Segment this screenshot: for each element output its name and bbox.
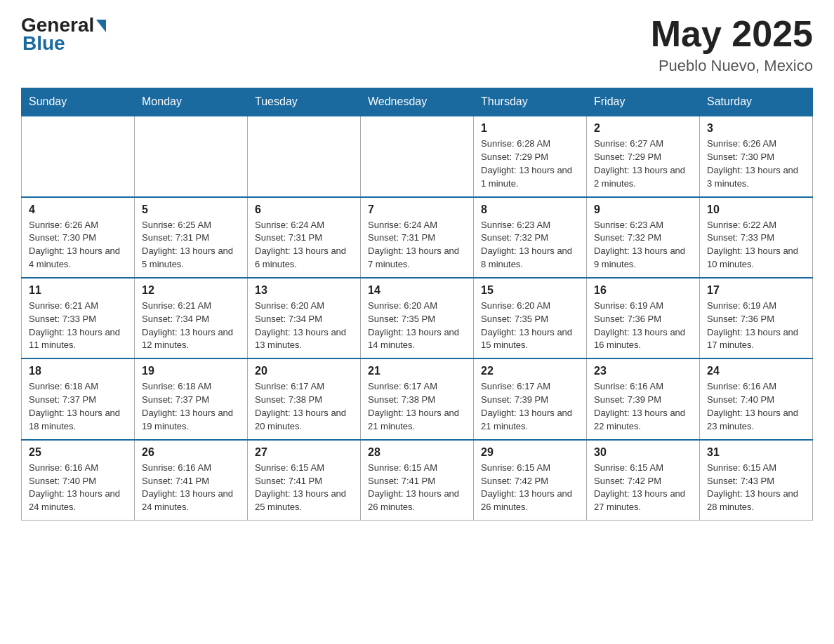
day-number: 24 [707,365,805,377]
day-info: Sunrise: 6:24 AM Sunset: 7:31 PM Dayligh… [368,219,466,271]
day-info: Sunrise: 6:16 AM Sunset: 7:39 PM Dayligh… [594,380,692,433]
day-number: 1 [481,122,579,135]
calendar-cell: 24Sunrise: 6:16 AM Sunset: 7:40 PM Dayli… [700,358,813,439]
day-number: 28 [368,446,466,459]
day-info: Sunrise: 6:20 AM Sunset: 7:34 PM Dayligh… [255,300,353,352]
week-row-3: 11Sunrise: 6:21 AM Sunset: 7:33 PM Dayli… [22,278,813,358]
calendar-cell: 23Sunrise: 6:16 AM Sunset: 7:39 PM Dayli… [587,358,700,439]
day-info: Sunrise: 6:21 AM Sunset: 7:33 PM Dayligh… [29,300,127,352]
week-row-5: 25Sunrise: 6:16 AM Sunset: 7:40 PM Dayli… [22,440,813,521]
day-info: Sunrise: 6:18 AM Sunset: 7:37 PM Dayligh… [142,380,240,433]
calendar-cell: 7Sunrise: 6:24 AM Sunset: 7:31 PM Daylig… [361,197,474,278]
day-info: Sunrise: 6:15 AM Sunset: 7:41 PM Dayligh… [255,462,353,514]
title-area: May 2025 Pueblo Nuevo, Mexico [651,14,813,75]
calendar-cell: 27Sunrise: 6:15 AM Sunset: 7:41 PM Dayli… [248,440,361,521]
day-info: Sunrise: 6:16 AM Sunset: 7:41 PM Dayligh… [142,462,240,514]
day-number: 22 [481,365,579,377]
location-subtitle: Pueblo Nuevo, Mexico [651,57,813,75]
day-number: 23 [594,365,692,377]
calendar-cell: 15Sunrise: 6:20 AM Sunset: 7:35 PM Dayli… [474,278,587,358]
month-title: May 2025 [651,14,813,54]
day-info: Sunrise: 6:17 AM Sunset: 7:39 PM Dayligh… [481,380,579,433]
calendar-cell: 22Sunrise: 6:17 AM Sunset: 7:39 PM Dayli… [474,358,587,439]
header-cell-sunday: Sunday [22,88,135,116]
day-number: 16 [594,284,692,297]
calendar-cell: 13Sunrise: 6:20 AM Sunset: 7:34 PM Dayli… [248,278,361,358]
calendar-cell [22,116,135,196]
calendar-cell: 14Sunrise: 6:20 AM Sunset: 7:35 PM Dayli… [361,278,474,358]
calendar-cell: 3Sunrise: 6:26 AM Sunset: 7:30 PM Daylig… [700,116,813,196]
day-info: Sunrise: 6:25 AM Sunset: 7:31 PM Dayligh… [142,219,240,271]
day-info: Sunrise: 6:26 AM Sunset: 7:30 PM Dayligh… [707,137,805,190]
day-number: 4 [29,203,127,216]
day-info: Sunrise: 6:17 AM Sunset: 7:38 PM Dayligh… [255,380,353,433]
day-info: Sunrise: 6:24 AM Sunset: 7:31 PM Dayligh… [255,219,353,271]
day-info: Sunrise: 6:18 AM Sunset: 7:37 PM Dayligh… [29,380,127,433]
day-number: 5 [142,203,240,216]
logo-blue: Blue [22,32,65,55]
day-info: Sunrise: 6:15 AM Sunset: 7:41 PM Dayligh… [368,462,466,514]
calendar-cell: 8Sunrise: 6:23 AM Sunset: 7:32 PM Daylig… [474,197,587,278]
day-info: Sunrise: 6:21 AM Sunset: 7:34 PM Dayligh… [142,300,240,352]
day-number: 10 [707,203,805,216]
day-number: 3 [707,122,805,135]
calendar-header: SundayMondayTuesdayWednesdayThursdayFrid… [22,88,813,116]
logo-arrow-icon [96,20,106,32]
header-cell-friday: Friday [587,88,700,116]
day-number: 9 [594,203,692,216]
calendar-table: SundayMondayTuesdayWednesdayThursdayFrid… [21,88,813,521]
day-number: 29 [481,446,579,459]
header-cell-thursday: Thursday [474,88,587,116]
day-info: Sunrise: 6:19 AM Sunset: 7:36 PM Dayligh… [707,300,805,352]
day-number: 7 [368,203,466,216]
day-number: 31 [707,446,805,459]
calendar-cell: 17Sunrise: 6:19 AM Sunset: 7:36 PM Dayli… [700,278,813,358]
day-info: Sunrise: 6:23 AM Sunset: 7:32 PM Dayligh… [481,219,579,271]
header-cell-tuesday: Tuesday [248,88,361,116]
calendar-cell: 30Sunrise: 6:15 AM Sunset: 7:42 PM Dayli… [587,440,700,521]
day-number: 27 [255,446,353,459]
calendar-cell: 4Sunrise: 6:26 AM Sunset: 7:30 PM Daylig… [22,197,135,278]
day-info: Sunrise: 6:20 AM Sunset: 7:35 PM Dayligh… [368,300,466,352]
calendar-cell: 11Sunrise: 6:21 AM Sunset: 7:33 PM Dayli… [22,278,135,358]
calendar-cell: 20Sunrise: 6:17 AM Sunset: 7:38 PM Dayli… [248,358,361,439]
day-info: Sunrise: 6:17 AM Sunset: 7:38 PM Dayligh… [368,380,466,433]
header-cell-monday: Monday [135,88,248,116]
calendar-cell: 26Sunrise: 6:16 AM Sunset: 7:41 PM Dayli… [135,440,248,521]
calendar-cell [135,116,248,196]
day-number: 15 [481,284,579,297]
week-row-4: 18Sunrise: 6:18 AM Sunset: 7:37 PM Dayli… [22,358,813,439]
day-number: 14 [368,284,466,297]
calendar-cell: 25Sunrise: 6:16 AM Sunset: 7:40 PM Dayli… [22,440,135,521]
calendar-cell: 12Sunrise: 6:21 AM Sunset: 7:34 PM Dayli… [135,278,248,358]
calendar-cell: 28Sunrise: 6:15 AM Sunset: 7:41 PM Dayli… [361,440,474,521]
day-number: 13 [255,284,353,297]
day-info: Sunrise: 6:20 AM Sunset: 7:35 PM Dayligh… [481,300,579,352]
day-number: 2 [594,122,692,135]
day-info: Sunrise: 6:16 AM Sunset: 7:40 PM Dayligh… [707,380,805,433]
calendar-body: 1Sunrise: 6:28 AM Sunset: 7:29 PM Daylig… [22,116,813,520]
day-number: 21 [368,365,466,377]
calendar-cell: 2Sunrise: 6:27 AM Sunset: 7:29 PM Daylig… [587,116,700,196]
day-info: Sunrise: 6:26 AM Sunset: 7:30 PM Dayligh… [29,219,127,271]
calendar-cell: 18Sunrise: 6:18 AM Sunset: 7:37 PM Dayli… [22,358,135,439]
day-info: Sunrise: 6:15 AM Sunset: 7:43 PM Dayligh… [707,462,805,514]
calendar-cell: 1Sunrise: 6:28 AM Sunset: 7:29 PM Daylig… [474,116,587,196]
day-number: 11 [29,284,127,297]
calendar-cell [361,116,474,196]
calendar-cell: 29Sunrise: 6:15 AM Sunset: 7:42 PM Dayli… [474,440,587,521]
day-number: 25 [29,446,127,459]
day-number: 6 [255,203,353,216]
day-number: 12 [142,284,240,297]
calendar-cell: 5Sunrise: 6:25 AM Sunset: 7:31 PM Daylig… [135,197,248,278]
header-cell-wednesday: Wednesday [361,88,474,116]
day-info: Sunrise: 6:19 AM Sunset: 7:36 PM Dayligh… [594,300,692,352]
calendar-cell: 21Sunrise: 6:17 AM Sunset: 7:38 PM Dayli… [361,358,474,439]
day-number: 30 [594,446,692,459]
logo: General Blue [21,14,106,55]
calendar-cell: 16Sunrise: 6:19 AM Sunset: 7:36 PM Dayli… [587,278,700,358]
day-info: Sunrise: 6:23 AM Sunset: 7:32 PM Dayligh… [594,219,692,271]
calendar-cell: 19Sunrise: 6:18 AM Sunset: 7:37 PM Dayli… [135,358,248,439]
day-number: 20 [255,365,353,377]
day-number: 26 [142,446,240,459]
